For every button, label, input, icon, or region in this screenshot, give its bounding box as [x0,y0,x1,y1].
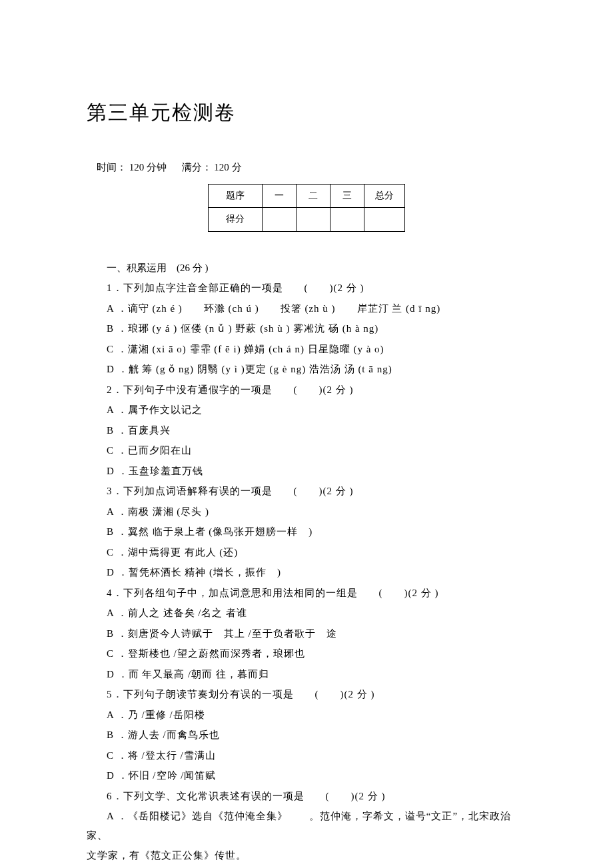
page-title: 第三单元检测卷 [87,93,526,131]
q5-opt-c: C ．将 /登太行 /雪满山 [87,746,526,765]
section-1-heading: 一、积累运用 (26 分 ) [87,258,526,278]
table-col-total: 总分 [364,184,405,208]
q1: 1．下列加点字注音全部正确的一项是 ( )(2 分 ) [87,278,526,298]
time-value: 120 分钟 [129,162,167,173]
q5-opt-a: A ．乃 /重修 /岳阳楼 [87,705,526,725]
table-score-3 [330,208,364,232]
q2: 2．下列句子中没有通假字的一项是 ( )(2 分 ) [87,380,526,400]
table-col-1: 一 [263,184,297,208]
q4-opt-c: C ．登斯楼也 /望之蔚然而深秀者，琅琊也 [87,644,526,663]
full-label: 满分： [182,162,212,173]
q5-opt-d: D ．怀旧 /空吟 /闻笛赋 [87,766,526,785]
q4-opt-a: A ．前人之 述备矣 /名之 者谁 [87,604,526,623]
q6: 6．下列文学、文化常识表述有误的一项是 ( )(2 分 ) [87,787,526,806]
q4-opt-d: D ．而 年又最高 /朝而 往，暮而归 [87,665,526,684]
q1-opt-a: A ．谪守 (zh é ) 环滁 (ch ú ) 投箸 (zh ù ) 岸芷汀 … [87,299,526,318]
q3-opt-d: D ．暂凭杯酒长 精神 (增长，振作 ) [87,563,526,582]
q2-opt-c: C ．已而夕阳在山 [87,441,526,460]
table-col-3: 三 [330,184,364,208]
q3-opt-b: B ．翼然 临于泉上者 (像鸟张开翅膀一样 ) [87,522,526,542]
q5-opt-b: B ．游人去 /而禽鸟乐也 [87,725,526,745]
time-label: 时间： [97,162,127,173]
table-score-label: 得分 [209,208,263,232]
score-table: 题序 一 二 三 总分 得分 [208,184,405,232]
full-value: 120 分 [214,162,241,173]
q2-opt-d: D ．玉盘珍羞直万钱 [87,462,526,481]
table-header-label: 题序 [209,184,263,208]
q3-opt-a: A ．南极 潇湘 (尽头 ) [87,502,526,522]
q3: 3．下列加点词语解释有误的一项是 ( )(2 分 ) [87,482,526,501]
q4-opt-b: B ．刻唐贤今人诗赋于 其上 /至于负者歌于 途 [87,624,526,644]
table-score-2 [297,208,330,232]
q1-opt-d: D ．觥 筹 (g ǒ ng) 阴翳 (y ì )更定 (g è ng) 浩浩汤… [87,360,526,379]
q2-opt-b: B ．百废具兴 [87,421,526,440]
q6-opt-a-line1: A ．《岳阳楼记》选自《范仲淹全集》 。范仲淹，字希文，谥号“文正”，北宋政治家… [87,807,526,845]
q5: 5．下列句子朗读节奏划分有误的一项是 ( )(2 分 ) [87,685,526,704]
table-score-total [364,208,405,232]
table-score-1 [263,208,297,232]
q1-opt-c: C ．潇湘 (xi ā o) 霏霏 (f ē i) 婵娟 (ch á n) 日星… [87,340,526,359]
q2-opt-a: A ．属予作文以记之 [87,400,526,420]
q6-opt-a-line2: 文学家，有《范文正公集》传世。 [87,846,526,865]
time-full-row: 时间： 120 分钟 满分： 120 分 [87,158,526,177]
q3-opt-c: C ．湖中焉得更 有此人 (还) [87,543,526,562]
q4: 4．下列各组句子中，加点词意思和用法相同的一组是 ( )(2 分 ) [87,584,526,603]
q1-opt-b: B ．琅琊 (y á ) 伛偻 (n ǔ ) 野蔌 (sh ù ) 雾凇沆 砀 … [87,319,526,338]
table-col-2: 二 [297,184,330,208]
